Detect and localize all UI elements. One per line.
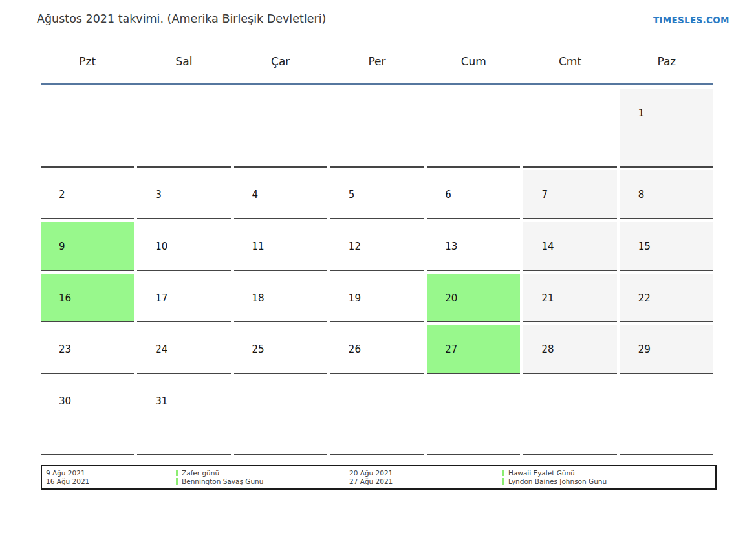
day-cell-11: 11 <box>234 222 327 271</box>
day-cell-19: 19 <box>330 274 424 322</box>
day-cell-23: 23 <box>41 325 134 374</box>
day-cell-6: 6 <box>427 170 520 219</box>
day-number: 14 <box>541 241 554 252</box>
day-name-pzt: Pzt <box>41 55 134 73</box>
empty-day-cell <box>620 377 713 455</box>
day-number: 1 <box>638 107 645 119</box>
legend-entry-label: Hawaii Eyalet Günü <box>508 469 575 477</box>
day-number: 2 <box>59 189 65 201</box>
day-cell-14: 14 <box>523 222 616 271</box>
day-cell-2: 2 <box>41 170 134 219</box>
legend-date: 20 Ağu 2021 <box>349 469 393 477</box>
calendar: Pzt Sal Çar Per Cum Cmt Paz 123456789101… <box>41 55 713 455</box>
day-number: 22 <box>638 292 651 304</box>
empty-day-cell <box>234 377 327 455</box>
empty-day-cell <box>330 89 424 168</box>
day-number: 31 <box>155 395 167 407</box>
day-number: 21 <box>541 292 554 304</box>
page-title: Ağustos 2021 takvimi. (Amerika Birleşik … <box>37 12 326 25</box>
day-number: 23 <box>59 344 71 355</box>
legend-entry: Bennington Savaş Günü <box>176 477 263 486</box>
day-number: 30 <box>59 395 71 407</box>
holiday-marker-icon <box>502 470 504 476</box>
day-cell-5: 5 <box>330 170 424 219</box>
legend-entries-group-2: Hawaii Eyalet Günü Lyndon Baines Johnson… <box>502 469 607 485</box>
day-cell-31: 31 <box>137 377 230 455</box>
day-number: 3 <box>155 189 162 201</box>
day-name-paz: Paz <box>620 55 713 73</box>
day-name-cum: Cum <box>427 55 520 73</box>
header-rule <box>41 83 713 85</box>
day-number: 28 <box>541 344 554 355</box>
day-cell-27: 27 <box>427 325 520 374</box>
day-cell-26: 26 <box>330 325 424 374</box>
day-number: 4 <box>252 189 259 201</box>
day-number: 10 <box>155 241 167 252</box>
legend-entry: Lyndon Baines Johnson Günü <box>502 477 607 486</box>
legend-entries-group-1: Zafer günü Bennington Savaş Günü <box>176 469 263 485</box>
day-cell-29: 29 <box>620 325 713 374</box>
empty-day-cell <box>523 377 616 455</box>
legend-entry-label: Zafer günü <box>182 469 219 477</box>
empty-day-cell <box>137 89 230 168</box>
day-cell-30: 30 <box>41 377 134 455</box>
day-number: 18 <box>252 292 265 304</box>
day-number: 24 <box>155 344 167 355</box>
day-cell-9: 9 <box>41 222 134 271</box>
legend-dates-group-1: 9 Ağu 2021 16 Ağu 2021 <box>46 469 89 485</box>
day-number: 19 <box>349 292 361 304</box>
legend-box: 9 Ağu 2021 16 Ağu 2021 Zafer günü Bennin… <box>41 465 717 490</box>
empty-day-cell <box>234 89 327 168</box>
empty-day-cell <box>41 89 134 168</box>
legend-date: 9 Ağu 2021 <box>46 469 89 477</box>
day-number: 9 <box>59 241 65 252</box>
day-cell-7: 7 <box>523 170 616 219</box>
calendar-grid: 1234567891011121314151617181920212223242… <box>41 89 713 455</box>
empty-day-cell <box>523 89 616 168</box>
day-cell-10: 10 <box>137 222 230 271</box>
day-cell-24: 24 <box>137 325 230 374</box>
legend-dates-group-2: 20 Ağu 2021 27 Ağu 2021 <box>349 469 393 485</box>
legend-date: 27 Ağu 2021 <box>349 477 393 486</box>
day-name-sal: Sal <box>137 55 230 73</box>
day-cell-12: 12 <box>330 222 424 271</box>
day-name-cmt: Cmt <box>523 55 616 73</box>
day-cell-13: 13 <box>427 222 520 271</box>
day-number: 11 <box>252 241 265 252</box>
day-number: 27 <box>445 344 457 355</box>
site-link[interactable]: TIMESLES.COM <box>653 15 729 25</box>
day-number: 13 <box>445 241 457 252</box>
day-cell-25: 25 <box>234 325 327 374</box>
day-cell-4: 4 <box>234 170 327 219</box>
holiday-marker-icon <box>176 478 178 485</box>
day-number: 20 <box>445 292 457 304</box>
legend-entry-label: Bennington Savaş Günü <box>182 477 263 486</box>
day-name-car: Çar <box>234 55 327 73</box>
day-names-row: Pzt Sal Çar Per Cum Cmt Paz <box>41 55 713 73</box>
day-name-per: Per <box>330 55 424 73</box>
day-cell-28: 28 <box>523 325 616 374</box>
legend-entry-label: Lyndon Baines Johnson Günü <box>508 477 607 486</box>
legend-entry: Hawaii Eyalet Günü <box>502 469 607 477</box>
empty-day-cell <box>330 377 424 455</box>
day-number: 6 <box>445 189 451 201</box>
day-number: 17 <box>155 292 167 304</box>
holiday-marker-icon <box>502 478 504 485</box>
day-number: 5 <box>349 189 355 201</box>
day-number: 15 <box>638 241 651 252</box>
day-number: 7 <box>541 189 548 201</box>
day-cell-1: 1 <box>620 89 713 168</box>
day-number: 8 <box>638 189 645 201</box>
day-cell-15: 15 <box>620 222 713 271</box>
legend-date: 16 Ağu 2021 <box>46 477 89 486</box>
day-number: 26 <box>349 344 361 355</box>
day-cell-21: 21 <box>523 274 616 322</box>
holiday-marker-icon <box>176 470 178 476</box>
empty-day-cell <box>427 377 520 455</box>
day-cell-18: 18 <box>234 274 327 322</box>
day-number: 12 <box>349 241 361 252</box>
day-number: 29 <box>638 344 651 355</box>
day-cell-8: 8 <box>620 170 713 219</box>
day-cell-3: 3 <box>137 170 230 219</box>
day-cell-16: 16 <box>41 274 134 322</box>
